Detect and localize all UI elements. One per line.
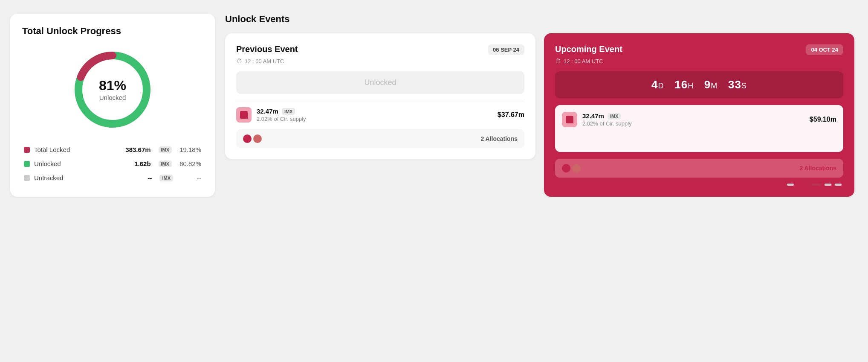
donut-percent: 81% [99, 78, 126, 93]
prev-token-section: 32.47m IMX 2.02% of Cir. supply $37.67m [236, 107, 524, 123]
prev-event-header: Previous Event 06 SEP 24 [236, 44, 524, 55]
locked-name: Total Locked [34, 146, 121, 153]
donut-wrap: 81% Unlocked [22, 47, 203, 132]
upcoming-token-details: 32.47m IMX 2.02% of Cir. supply [582, 112, 804, 127]
donut-chart: 81% Unlocked [70, 47, 155, 132]
scroll-dot-5 [835, 184, 842, 186]
countdown-d-unit: D [658, 82, 664, 90]
upcoming-event-header: Upcoming Event 04 OCT 24 [555, 44, 843, 55]
card-title: Total Unlock Progress [22, 26, 203, 37]
locked-dot [24, 147, 30, 153]
prev-allocations-footer[interactable]: 2 Allocations [236, 129, 524, 148]
prev-token-icon [236, 107, 252, 123]
countdown-s-unit: S [741, 82, 747, 90]
prev-alloc-label: 2 Allocations [480, 135, 518, 142]
countdown-hours: 16 [674, 78, 688, 91]
prev-alloc-dot-2 [253, 134, 262, 143]
unlocked-status-button[interactable]: Unlocked [236, 71, 524, 94]
prev-event-time: ⏱ 12 : 00 AM UTC [236, 58, 524, 64]
countdown-seconds: 33 [728, 78, 741, 91]
untracked-name: Untracked [34, 174, 143, 181]
upcoming-token-usd: $59.10m [810, 116, 836, 123]
upcoming-token-section: 32.47m IMX 2.02% of Cir. supply $59.10m [555, 105, 843, 152]
prev-event-date: 06 SEP 24 [488, 44, 524, 55]
main-container: Total Unlock Progress 81% Unlocked [10, 14, 854, 197]
prev-clock-icon: ⏱ [236, 58, 242, 64]
upcoming-alloc-icons [562, 164, 581, 172]
section-title: Unlock Events [225, 14, 854, 25]
prev-token-usd: $37.67m [498, 111, 524, 119]
upcoming-token-row: 32.47m IMX 2.02% of Cir. supply $59.10m [562, 112, 836, 127]
prev-time-text: 12 : 00 AM UTC [245, 58, 284, 64]
prev-alloc-dot-1 [243, 134, 252, 143]
prev-amount-row: 32.47m IMX [257, 108, 492, 115]
prev-token-row: 32.47m IMX 2.02% of Cir. supply $37.67m [236, 107, 524, 123]
upcoming-event-title: Upcoming Event [555, 44, 622, 54]
legend-row-unlocked: Unlocked 1.62b IMX 80.82% [24, 160, 201, 167]
scroll-dot-1 [787, 184, 794, 186]
upcoming-alloc-dot-1 [562, 164, 570, 172]
untracked-pct: -- [181, 174, 201, 181]
locked-pct: 19.18% [179, 146, 201, 153]
countdown-box: 4D 16H 9M 33S [555, 71, 843, 98]
upcoming-amount-row: 32.47m IMX [582, 112, 804, 120]
upcoming-alloc-label: 2 Allocations [799, 165, 836, 172]
untracked-dot [24, 175, 30, 181]
untracked-badge: IMX [159, 175, 173, 181]
upcoming-event-date: 04 OCT 24 [806, 44, 843, 55]
countdown-m-unit: M [711, 82, 718, 90]
legend-row-untracked: Untracked -- IMX -- [24, 174, 201, 181]
scroll-dot-4 [825, 184, 831, 186]
donut-center: 81% Unlocked [99, 78, 126, 101]
legend: Total Locked 383.67m IMX 19.18% Unlocked… [22, 146, 203, 181]
donut-sublabel: Unlocked [99, 94, 126, 101]
prev-alloc-icons [243, 134, 262, 143]
upcoming-token-icon [562, 112, 577, 127]
previous-event-card: Previous Event 06 SEP 24 ⏱ 12 : 00 AM UT… [225, 33, 535, 159]
events-row: Previous Event 06 SEP 24 ⏱ 12 : 00 AM UT… [225, 33, 854, 197]
unlocked-pct: 80.82% [179, 160, 201, 167]
scroll-dot-3 [811, 184, 821, 186]
total-unlock-card: Total Unlock Progress 81% Unlocked [10, 14, 215, 197]
locked-value: 383.67m [125, 146, 150, 153]
prev-token-details: 32.47m IMX 2.02% of Cir. supply [257, 108, 492, 122]
unlocked-badge: IMX [159, 161, 172, 167]
legend-row-locked: Total Locked 383.67m IMX 19.18% [24, 146, 201, 153]
upcoming-clock-icon: ⏱ [555, 58, 561, 64]
countdown-days: 4 [651, 78, 658, 91]
unlocked-name: Unlocked [34, 160, 130, 167]
prev-token-amount: 32.47m [257, 108, 278, 115]
upcoming-token-badge: IMX [608, 113, 621, 120]
countdown-text: 4D 16H 9M 33S [651, 78, 747, 91]
prev-token-supply: 2.02% of Cir. supply [257, 116, 492, 122]
scroll-dot-2 [797, 184, 807, 186]
locked-badge: IMX [159, 146, 172, 153]
scroll-dots [555, 184, 843, 186]
upcoming-allocations-footer[interactable]: 2 Allocations [555, 159, 843, 178]
upcoming-token-supply: 2.02% of Cir. supply [582, 120, 804, 127]
countdown-minutes: 9 [704, 78, 711, 91]
unlocked-dot [24, 161, 30, 167]
upcoming-event-card: Upcoming Event 04 OCT 24 ⏱ 12 : 00 AM UT… [544, 33, 854, 197]
upcoming-time-text: 12 : 00 AM UTC [564, 58, 603, 64]
prev-event-title: Previous Event [236, 44, 298, 54]
unlocked-value: 1.62b [134, 160, 150, 167]
upcoming-alloc-dot-2 [572, 164, 581, 172]
countdown-h-unit: H [688, 82, 694, 90]
upcoming-token-amount: 32.47m [582, 112, 604, 120]
right-section: Unlock Events Previous Event 06 SEP 24 ⏱… [225, 14, 854, 197]
upcoming-event-time: ⏱ 12 : 00 AM UTC [555, 58, 843, 64]
divider [236, 101, 524, 101]
untracked-value: -- [148, 174, 152, 181]
prev-token-badge: IMX [282, 108, 295, 115]
